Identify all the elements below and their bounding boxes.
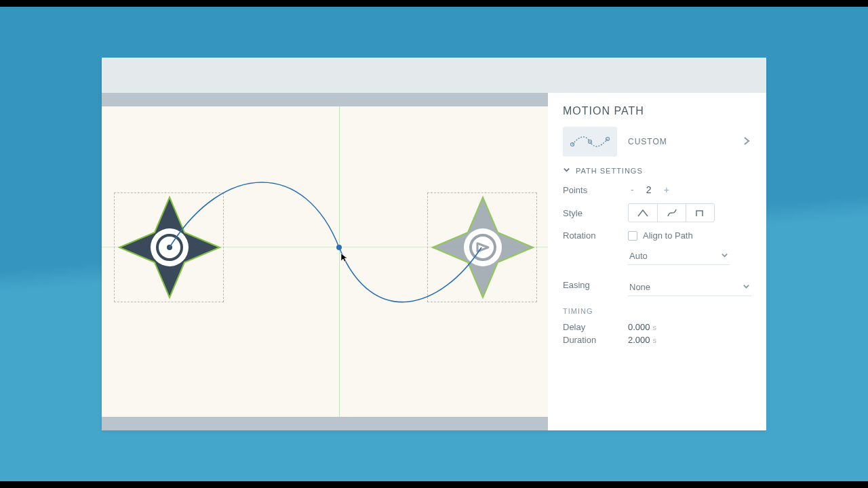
canvas-top-strip — [102, 93, 548, 106]
duration-unit: s — [653, 336, 657, 344]
chevron-down-icon — [743, 282, 750, 292]
align-to-path-label: Align to Path — [643, 230, 693, 241]
timing-header: TIMING — [563, 307, 751, 315]
style-option-curved[interactable] — [657, 204, 686, 222]
duration-value[interactable]: 2.000 — [628, 335, 650, 345]
chevron-right-icon[interactable] — [742, 136, 751, 148]
svg-point-5 — [336, 245, 342, 250]
easing-value: None — [629, 282, 650, 292]
style-label: Style — [563, 208, 628, 218]
canvas[interactable] — [102, 106, 548, 417]
rotation-direction-value: Auto — [629, 251, 648, 261]
mouse-cursor-icon — [340, 253, 349, 265]
app-window: MOTION PATH CUSTOM PATH SETTING — [102, 58, 766, 430]
style-option-square[interactable] — [686, 204, 714, 222]
properties-panel: MOTION PATH CUSTOM PATH SETTING — [548, 93, 766, 430]
style-option-straight[interactable] — [629, 204, 657, 222]
easing-label: Easing — [563, 280, 628, 290]
delay-unit: s — [653, 323, 657, 331]
path-type-label: CUSTOM — [628, 137, 667, 146]
svg-point-6 — [571, 143, 574, 146]
points-increment-button[interactable]: + — [661, 184, 672, 195]
points-stepper: - 2 + — [628, 184, 672, 195]
canvas-bottom-strip — [102, 417, 548, 430]
svg-point-8 — [606, 138, 610, 141]
style-segmented-control — [628, 203, 715, 222]
rotation-label: Rotation — [563, 230, 628, 241]
path-settings-toggle[interactable]: PATH SETTINGS — [563, 166, 751, 175]
panel-title: MOTION PATH — [563, 105, 751, 117]
delay-label: Delay — [563, 322, 628, 332]
path-settings-header: PATH SETTINGS — [576, 167, 643, 175]
easing-select[interactable]: None — [628, 279, 751, 296]
align-to-path-checkbox[interactable] — [628, 231, 637, 241]
delay-value[interactable]: 0.000 — [628, 322, 650, 332]
points-decrement-button[interactable]: - — [628, 184, 637, 195]
rotation-direction-select[interactable]: Auto — [628, 247, 730, 265]
canvas-column — [102, 93, 548, 430]
chevron-down-icon — [563, 166, 570, 175]
path-type-selector[interactable]: CUSTOM — [563, 127, 751, 157]
motion-path-curve[interactable] — [102, 106, 548, 405]
points-label: Points — [563, 185, 628, 195]
chevron-down-icon — [721, 251, 728, 261]
path-thumbnail-icon — [563, 127, 617, 157]
points-value: 2 — [644, 184, 654, 195]
window-titlebar-area — [102, 58, 766, 93]
duration-label: Duration — [563, 335, 628, 345]
